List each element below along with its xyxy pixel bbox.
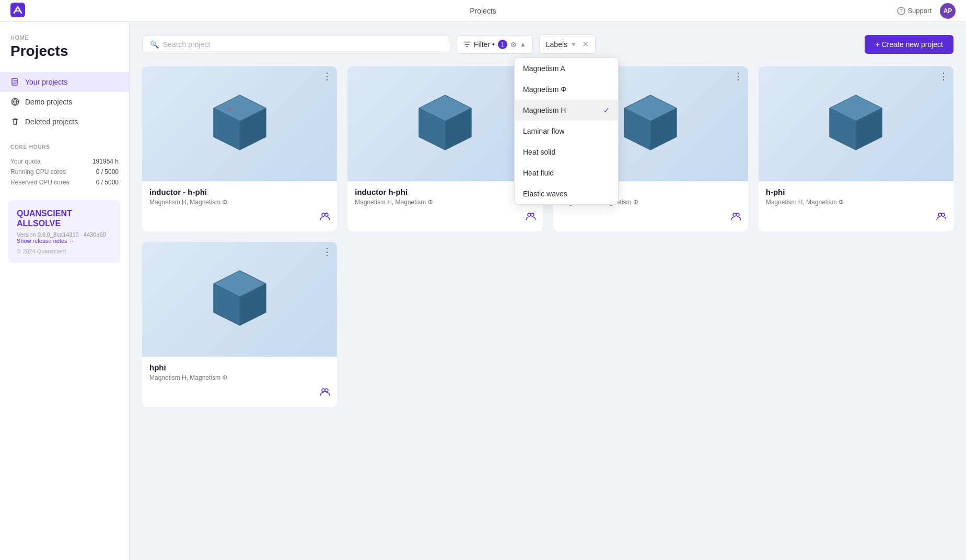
trash-icon xyxy=(10,117,20,126)
svg-point-28 xyxy=(938,213,941,216)
toolbar: 🔍 Filter • 1 ⊗ ▲ Labels ▼ ✕ + Create new… xyxy=(142,34,953,54)
globe-icon xyxy=(10,97,20,107)
topbar: Projects ? Support AP xyxy=(0,0,966,22)
card-title-4: hphi xyxy=(149,363,330,372)
reserved-cpu-row: Reserved CPU cores 0 / 5000 xyxy=(10,177,119,188)
team-icon-3 xyxy=(936,211,946,224)
filter-badge: 1 xyxy=(498,40,507,49)
dropdown-item-elastic-waves[interactable]: Elastic waves xyxy=(515,183,618,204)
card-footer-2 xyxy=(561,211,741,224)
filter-dropdown: Magnetism A Magnetism Φ Magnetism H ✓ La… xyxy=(514,57,619,205)
project-card-4[interactable]: ⋮ hphi Magnetism H, Magnetism Φ xyxy=(142,242,337,407)
brand-release-notes[interactable]: Show release notes → xyxy=(17,238,112,244)
core-info: Your quota 191954 h Running CPU cores 0 … xyxy=(0,154,129,190)
filter-button[interactable]: Filter • 1 ⊗ ▲ xyxy=(457,35,533,54)
running-cpu-row: Running CPU cores 0 / 5000 xyxy=(10,167,119,177)
card-tags-4: Magnetism H, Magnetism Φ xyxy=(149,374,330,381)
logo[interactable] xyxy=(10,3,25,19)
sidebar-nav: Your projects Demo projects xyxy=(0,68,129,136)
svg-point-11 xyxy=(325,213,328,216)
card-title-0: inductor - h-phi xyxy=(149,188,330,196)
core-hours-section: CORE HOURS xyxy=(0,136,129,154)
cube-3d-2 xyxy=(614,87,687,160)
main-content: 🔍 Filter • 1 ⊗ ▲ Labels ▼ ✕ + Create new… xyxy=(130,22,966,560)
svg-point-34 xyxy=(322,389,325,392)
sidebar-item-label: Your projects xyxy=(25,78,67,86)
card-body-4: hphi Magnetism H, Magnetism Φ xyxy=(142,357,337,407)
cube-3d-4 xyxy=(203,263,276,336)
card-footer-0 xyxy=(149,211,330,224)
dropdown-item-magnetism-phi[interactable]: Magnetism Φ xyxy=(515,79,618,100)
card-image-1: ⋮ xyxy=(347,66,542,181)
svg-point-16 xyxy=(528,213,531,216)
card-tags-3: Magnetism H, Magnetism Φ xyxy=(766,199,946,206)
card-image-4: ⋮ xyxy=(142,242,337,357)
dropdown-item-laminar-flow[interactable]: Laminar flow xyxy=(515,121,618,142)
dropdown-item-magnetism-a[interactable]: Magnetism A xyxy=(515,58,618,79)
check-icon: ✓ xyxy=(603,106,610,114)
card-footer-1 xyxy=(355,211,535,224)
brand-card: QUANSCIENTALLSOLVE Version 0.6.0_8ca1431… xyxy=(8,200,121,263)
card-menu-0[interactable]: ⋮ xyxy=(322,72,332,81)
card-tags-0: Magnetism H, Magnetism Φ xyxy=(149,199,330,206)
sidebar-item-deleted-projects[interactable]: Deleted projects xyxy=(0,112,129,132)
breadcrumb: HOME xyxy=(10,34,119,41)
card-menu-3[interactable]: ⋮ xyxy=(939,72,948,81)
card-tags-1: Magnetism H, Magnetism Φ xyxy=(355,199,535,206)
labels-dropdown[interactable]: Labels ▼ ✕ xyxy=(539,34,596,54)
sidebar-item-demo-projects[interactable]: Demo projects xyxy=(0,92,129,112)
topbar-right: ? Support AP xyxy=(897,3,956,19)
dropdown-item-heat-solid[interactable]: Heat solid xyxy=(515,142,618,162)
project-card-3[interactable]: ⋮ h-phi Magnetism H, Magnetism Φ xyxy=(759,66,953,231)
team-icon-1 xyxy=(525,211,536,224)
search-icon: 🔍 xyxy=(150,40,159,49)
chevron-up-icon: ▲ xyxy=(520,41,526,48)
svg-rect-0 xyxy=(10,3,25,17)
user-avatar[interactable]: AP xyxy=(940,3,956,19)
card-title-1: inductor h-phi xyxy=(355,188,535,196)
sidebar-header: HOME Projects xyxy=(0,22,129,68)
sidebar: HOME Projects Your projects xyxy=(0,22,130,560)
svg-text:?: ? xyxy=(900,8,903,14)
search-box: 🔍 xyxy=(142,36,450,53)
search-input[interactable] xyxy=(163,40,443,49)
svg-point-29 xyxy=(941,213,945,216)
project-card-1[interactable]: ⋮ inductor h-phi Magnetism H, Magnetism … xyxy=(347,66,542,231)
create-project-button[interactable]: + Create new project xyxy=(865,35,953,54)
card-menu-4[interactable]: ⋮ xyxy=(322,247,332,256)
brand-name: QUANSCIENTALLSOLVE xyxy=(17,208,112,228)
team-icon-4 xyxy=(319,387,330,400)
brand-copyright: © 2024 Quanscient xyxy=(17,248,112,254)
sidebar-item-your-projects[interactable]: Your projects xyxy=(0,72,129,92)
card-menu-2[interactable]: ⋮ xyxy=(734,72,743,81)
svg-point-9 xyxy=(228,108,231,111)
project-card-0[interactable]: ⋮ inductor - h-phi Magnetism H, Magnetis… xyxy=(142,66,337,231)
cube-3d-1 xyxy=(409,87,482,160)
quota-row: Your quota 191954 h xyxy=(10,156,119,167)
svg-point-22 xyxy=(733,213,736,216)
team-icon-0 xyxy=(319,211,330,224)
document-icon xyxy=(10,77,20,87)
dropdown-item-heat-fluid[interactable]: Heat fluid xyxy=(515,162,618,183)
sidebar-item-label: Demo projects xyxy=(25,98,72,106)
support-button[interactable]: ? Support xyxy=(897,7,932,15)
dropdown-item-magnetism-h[interactable]: Magnetism H ✓ xyxy=(515,100,618,121)
card-footer-4 xyxy=(149,387,330,400)
card-image-3: ⋮ xyxy=(759,66,953,181)
cube-3d-3 xyxy=(819,87,892,160)
core-hours-label: CORE HOURS xyxy=(10,144,119,150)
cube-3d-0 xyxy=(203,87,276,160)
svg-point-23 xyxy=(736,213,739,216)
chevron-down-icon: ▼ xyxy=(571,41,577,48)
svg-point-10 xyxy=(322,213,325,216)
card-title-3: h-phi xyxy=(766,188,946,196)
labels-clear-icon[interactable]: ✕ xyxy=(582,39,589,49)
filter-clear-icon[interactable]: ⊗ xyxy=(510,40,517,49)
filter-label: Filter • xyxy=(474,40,495,49)
card-body-1: inductor h-phi Magnetism H, Magnetism Φ xyxy=(347,181,542,231)
card-body-3: h-phi Magnetism H, Magnetism Φ xyxy=(759,181,953,231)
team-icon-2 xyxy=(730,211,741,224)
page-title: Projects xyxy=(10,43,119,60)
svg-point-35 xyxy=(325,389,328,392)
main-layout: HOME Projects Your projects xyxy=(0,22,966,560)
